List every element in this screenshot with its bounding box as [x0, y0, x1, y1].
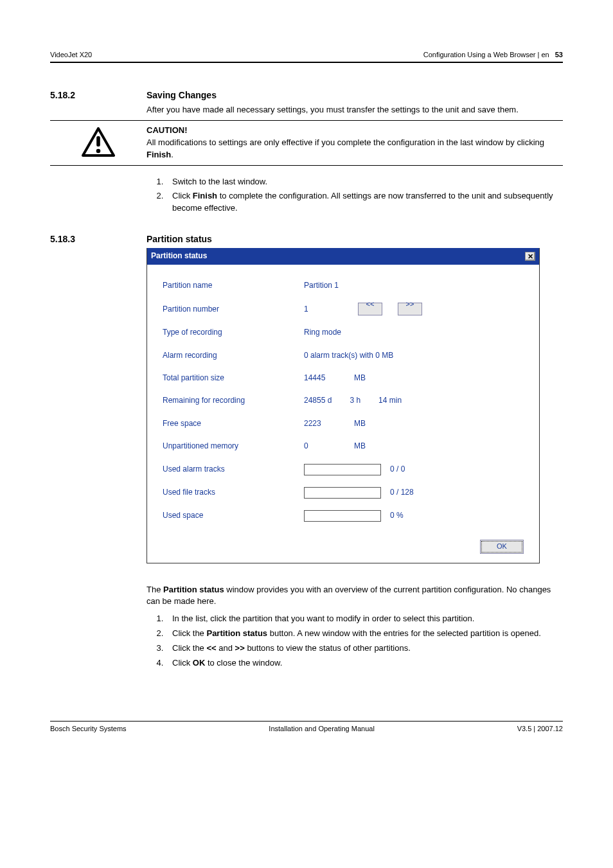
header-left: VideoJet X20 — [50, 50, 92, 60]
caution-icon — [50, 125, 147, 157]
partition-status-dialog: Partition status ✕ Partition name Partit… — [147, 248, 540, 563]
page-number: 53 — [555, 51, 563, 58]
ps-step-1: In the list, click the partition that yo… — [166, 613, 563, 625]
steps-partition-status: In the list, click the partition that yo… — [147, 613, 563, 669]
svg-point-2 — [96, 149, 101, 154]
section1-intro: After you have made all necessary settin… — [147, 104, 563, 116]
caution-label: CAUTION! — [147, 125, 563, 137]
section-heading-saving-changes: 5.18.2 Saving Changes — [50, 89, 563, 102]
page-footer: Bosch Security Systems Installation and … — [50, 721, 563, 734]
footer-center: Installation and Operating Manual — [269, 724, 375, 734]
row-remaining: Remaining for recording 24855 d 3 h 14 m… — [163, 395, 524, 406]
row-used-file: Used file tracks 0 / 128 — [163, 487, 524, 499]
ps-step-4: Click OK to close the window. — [166, 657, 563, 669]
page-header: VideoJet X20 Configuration Using a Web B… — [50, 50, 563, 63]
row-used-alarm: Used alarm tracks 0 / 0 — [163, 464, 524, 475]
partition-status-description: The Partition status window provides you… — [147, 584, 563, 608]
caution-block: CAUTION! All modifications to settings a… — [50, 120, 563, 166]
row-total-size: Total partition size 14445 MB — [163, 373, 524, 384]
close-icon[interactable]: ✕ — [525, 252, 535, 261]
ps-step-3: Click the << and >> buttons to view the … — [166, 642, 563, 655]
section-heading-partition-status: 5.18.3 Partition status — [50, 233, 563, 245]
dialog-title: Partition status — [151, 251, 207, 261]
footer-left: Bosch Security Systems — [50, 724, 127, 734]
footer-right: V3.5 | 2007.12 — [517, 724, 563, 734]
row-partition-name: Partition name Partition 1 — [163, 280, 524, 291]
svg-rect-1 — [96, 136, 100, 146]
used-space-progress — [304, 510, 381, 522]
used-file-progress — [304, 487, 381, 499]
ok-button[interactable]: OK — [480, 540, 524, 554]
row-partition-number: Partition number 1 << >> — [163, 303, 524, 315]
ps-step-2: Click the Partition status button. A new… — [166, 628, 563, 640]
row-used-space: Used space 0 % — [163, 510, 524, 522]
dialog-title-bar: Partition status ✕ — [147, 248, 539, 264]
caution-text: All modifications to settings are only e… — [147, 137, 563, 161]
header-right: Configuration Using a Web Browser | en 5… — [423, 50, 563, 60]
prev-partition-button[interactable]: << — [358, 303, 382, 315]
step-2: Click Finish to complete the configurati… — [166, 190, 563, 215]
step-1: Switch to the last window. — [166, 176, 563, 188]
used-alarm-progress — [304, 464, 381, 475]
steps-saving-changes: Switch to the last window. Click Finish … — [147, 176, 563, 215]
next-partition-button[interactable]: >> — [398, 303, 422, 315]
row-alarm-recording: Alarm recording 0 alarm track(s) with 0 … — [163, 350, 524, 361]
row-unpartitioned: Unpartitioned memory 0 MB — [163, 441, 524, 452]
row-free-space: Free space 2223 MB — [163, 418, 524, 429]
row-type-recording: Type of recording Ring mode — [163, 327, 524, 338]
